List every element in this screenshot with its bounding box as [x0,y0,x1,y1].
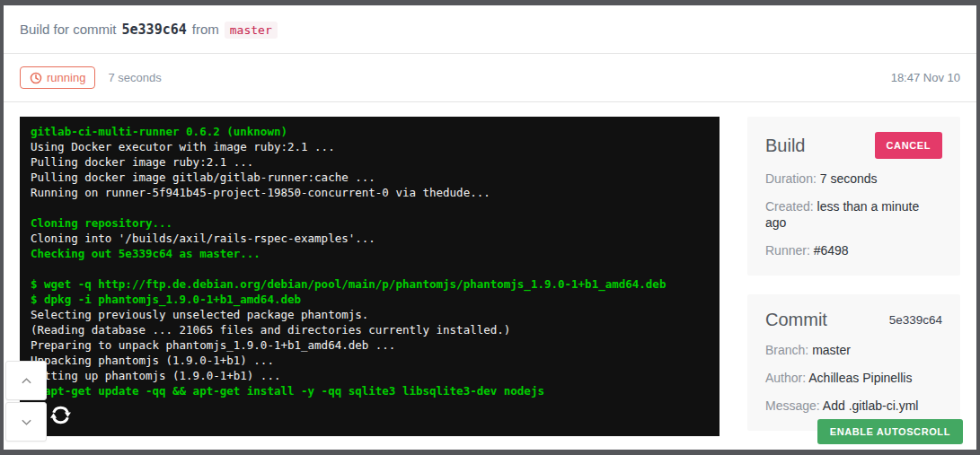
commit-sha: 5e339c64 [122,22,187,38]
enable-autoscroll-button[interactable]: ENABLE AUTOSCROLL [817,419,963,444]
author-value: Achilleas Pipinellis [808,371,912,385]
log-line: $ dpkg -i phantomjs_1.9.0-1+b1_amd64.deb [31,292,709,307]
created-label: Created: [765,199,814,214]
runner-value: #6498 [814,243,849,258]
branch-badge[interactable]: master [225,22,278,39]
duration-label: Duration: [765,171,817,186]
refresh-icon [49,404,709,430]
status-bar: running 7 seconds 18:47 Nov 10 [4,54,976,102]
log-line: Pulling docker image ruby:2.1 ... [31,154,709,170]
log-line: Cloning repository... [31,215,709,231]
commit-card-sha[interactable]: 5e339c64 [889,313,942,327]
log-line [31,261,709,276]
message-value: Add .gitlab-ci.yml [823,398,919,413]
build-title-bar: Build for commit5e339c64frommaster [4,5,976,54]
log-line: Using Docker executor with image ruby:2.… [31,139,709,154]
log-line: (Reading database ... 21065 files and di… [31,322,709,337]
log-line: Running on runner-5f941b45-project-19850… [31,185,709,200]
log-line: $ apt-get update -qq && apt-get install … [31,383,709,398]
title-prefix: Build for commit [20,22,117,37]
build-info-card: Build CANCEL Duration: 7 seconds Created… [747,117,960,276]
author-label: Author: [765,371,806,385]
chevron-up-icon [21,377,32,385]
commit-info-card: Commit 5e339c64 Branch: master Author: A… [747,294,960,431]
log-line: Selecting previously unselected package … [31,307,709,322]
build-page-window: Build for commit5e339c64frommaster runni… [0,0,980,455]
log-line: $ wget -q http://ftp.de.debian.org/debia… [31,276,709,292]
log-line: Checking out 5e339c64 as master... [31,246,709,261]
build-created-row: Created: less than a minute ago [765,198,942,231]
page-title: Build for commit5e339c64frommaster [20,22,278,38]
log-line [31,200,709,215]
message-label: Message: [765,398,820,413]
build-timestamp: 18:47 Nov 10 [891,71,960,84]
terminal-log: gitlab-ci-multi-runner 0.6.2 (unknown)Us… [31,124,709,398]
log-line: gitlab-ci-multi-runner 0.6.2 (unknown) [31,124,709,139]
main-content: gitlab-ci-multi-runner 0.6.2 (unknown)Us… [4,102,976,448]
build-runner-row: Runner: #6498 [765,242,942,258]
scroll-down-button[interactable] [5,402,47,442]
build-duration-row: Duration: 7 seconds [765,171,942,187]
log-line: Pulling docker image gitlab/gitlab-runne… [31,170,709,185]
duration-value: 7 seconds [820,171,878,186]
branch-value: master [812,343,851,357]
commit-message-row: Message: Add .gitlab-ci.yml [765,398,942,414]
status-badge[interactable]: running [20,66,95,89]
build-card-title: Build [765,136,805,156]
commit-branch-row: Branch: master [765,342,942,358]
sidebar: Build CANCEL Duration: 7 seconds Created… [747,117,960,431]
commit-card-title: Commit [765,310,827,330]
log-line: Setting up phantomjs (1.9.0-1+b1) ... [31,368,709,383]
title-middle: from [192,22,219,37]
branch-label: Branch: [765,343,808,357]
log-line: Preparing to unpack phantomjs_1.9.0-1+b1… [31,337,709,353]
duration-text: 7 seconds [108,71,161,84]
build-trace-terminal[interactable]: gitlab-ci-multi-runner 0.6.2 (unknown)Us… [20,117,720,436]
cancel-button[interactable]: CANCEL [875,132,942,159]
status-label: running [47,71,85,84]
scroll-up-button[interactable] [5,361,47,400]
chevron-down-icon [21,418,32,426]
commit-author-row: Author: Achilleas Pipinellis [765,370,942,386]
clock-icon [30,72,42,84]
log-line: Unpacking phantomjs (1.9.0-1+b1) ... [31,353,709,368]
log-line: Cloning into '/builds/axil/rails-rspec-e… [31,231,709,246]
runner-label: Runner: [765,243,810,258]
